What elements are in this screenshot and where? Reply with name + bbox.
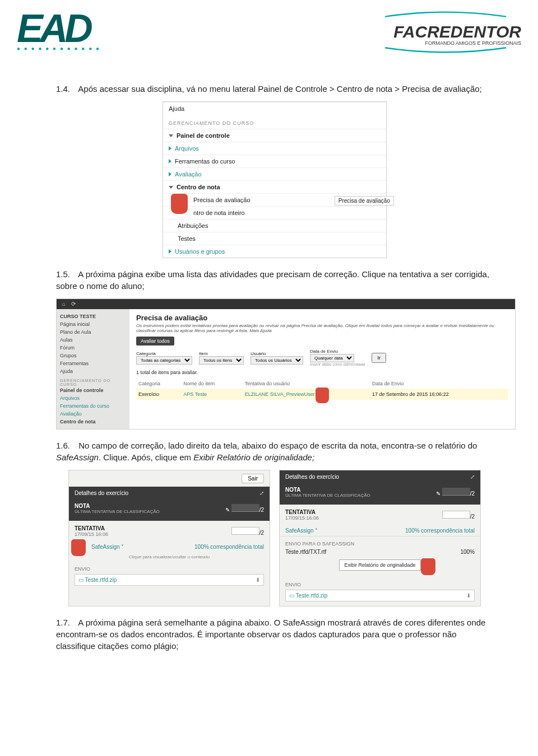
filter-usuario[interactable]: Todos os Usuários [251, 356, 303, 365]
file-link[interactable]: Teste.rtfd.zip [85, 577, 117, 583]
avaliar-todos-button[interactable]: Avaliar todos [136, 337, 174, 346]
pointer-hand-icon [421, 558, 435, 575]
menu-centro-inteiro[interactable]: ntro de nota inteiro [163, 206, 386, 219]
sidebar-item[interactable]: Ajuda [60, 367, 126, 375]
sidebar-item[interactable]: Página inicial [60, 320, 126, 328]
refresh-icon[interactable]: ⟳ [71, 301, 76, 307]
envio-label: ENVIO [75, 566, 264, 572]
th-categoria[interactable]: Categoria [136, 379, 181, 389]
grading-panel-expanded: Detalhes do exercício⤢ NOTAÚLTIMA TENTAT… [279, 470, 481, 606]
menu-painel-controle[interactable]: Painel de controle [163, 129, 386, 142]
sidebar-item[interactable]: Ferramentas [60, 360, 126, 367]
sidebar-item[interactable]: Centro de nota [60, 418, 126, 426]
table-row[interactable]: Exercício APS Teste ELZILANE SILVA_Previ… [136, 389, 508, 400]
download-icon[interactable]: ⬇ [256, 577, 260, 583]
edit-icon[interactable]: ✎ [225, 507, 230, 513]
menu-ajuda[interactable]: Ajuda [163, 102, 386, 115]
match-percent: 100% correspondência total [405, 528, 475, 534]
swoosh-icon [370, 11, 521, 20]
screenshot-pair: Sair Detalhes do exercício⤢ NOTAÚLTIMA T… [56, 470, 493, 606]
pointer-hand-icon [171, 194, 188, 214]
sa-file-percent: 100% [460, 549, 475, 555]
download-icon[interactable]: ⬇ [466, 592, 471, 599]
menu-usuarios[interactable]: Usuários e grupos [163, 245, 386, 258]
filter-label: Item [199, 351, 244, 356]
match-percent: 100% correspondência total [194, 544, 264, 550]
file-link[interactable]: Teste.rtfd.zip [296, 592, 328, 599]
cell-usuario-link[interactable]: ELZILANE SILVA_PreviewUser [245, 391, 315, 397]
th-tentativa[interactable]: Tentativa do usuário [243, 379, 370, 389]
exibir-relatorio-button[interactable]: Exibir Relatório de originalidade [339, 559, 420, 571]
filter-go-button[interactable]: Ir [372, 353, 386, 363]
toggle-hint: Clique para visualizar/ocultar o conteúd… [69, 552, 270, 562]
tooltip: Precisa de avaliação [335, 196, 394, 206]
filter-item[interactable]: Todos os itens [199, 356, 244, 365]
sidebar-item[interactable]: Ferramentas do curso [60, 402, 126, 410]
expand-icon[interactable]: ⤢ [470, 474, 475, 480]
menu-ferramentas[interactable]: Ferramentas do curso [163, 155, 386, 167]
attempt-grade-input[interactable] [442, 511, 470, 519]
chevron-right-icon [169, 249, 171, 254]
menu-centro-nota[interactable]: Centro de nota [163, 180, 386, 193]
section-1-7: 1.7. A próxima página será semelhante a … [56, 617, 493, 652]
safeassign-toggle[interactable]: SafeAssign ˄ [285, 528, 318, 534]
expand-icon[interactable]: ⤢ [259, 490, 264, 496]
sa-file-name: Teste.rtfd/TXT.rtf [285, 549, 326, 555]
chevron-down-icon [169, 186, 173, 189]
menu-precisa-avaliacao[interactable]: Precisa de avaliação Precisa de avaliaçã… [163, 193, 386, 206]
file-row[interactable]: ▭ Teste.rtfd.zip ⬇ [75, 574, 264, 586]
menu-avaliacao[interactable]: Avaliação [163, 167, 386, 180]
logo-ead-dots: ● ● ● ● ● ● ● ● ● ● ● ● [17, 45, 112, 52]
sidebar-course-title[interactable]: CURSO TESTE [60, 312, 126, 320]
menu-testes[interactable]: Testes [163, 232, 386, 245]
section-1-5: 1.5. A próxima página exibe uma lista da… [56, 268, 493, 292]
screenshot-precisa-avaliacao: ⌂ ⟳ CURSO TESTE Página inicial Plano de … [56, 298, 516, 430]
safeassign-toggle[interactable]: SafeAssign ˅ [91, 544, 124, 550]
course-sidebar: CURSO TESTE Página inicial Plano de Aula… [57, 309, 129, 429]
filter-data[interactable]: Qualquer data [310, 354, 354, 362]
sidebar-item[interactable]: Plano de Aula [60, 328, 126, 336]
sair-button[interactable]: Sair [242, 474, 264, 483]
logo-ead: EAD ● ● ● ● ● ● ● ● ● ● ● ● [17, 11, 112, 67]
file-row[interactable]: ▭ Teste.rtfd.zip ⬇ [285, 590, 475, 601]
th-data[interactable]: Data de Envio [370, 379, 508, 389]
sidebar-item[interactable]: Arquivos [60, 394, 126, 402]
cell-nome[interactable]: APS Teste [181, 389, 242, 400]
sidebar-item[interactable]: Grupos [60, 352, 126, 360]
grade-max: /2 [470, 514, 475, 520]
sidebar-item[interactable]: Painel de controle [60, 386, 126, 394]
nota-sublabel: ÚLTIMA TENTATIVA DE CLASSIFICAÇÃO [285, 493, 370, 498]
chevron-down-icon [169, 134, 173, 137]
logo-facredentor: FACREDENTOR FORMANDO AMIGOS E PROFISSION… [370, 11, 521, 62]
sidebar-item[interactable]: Aulas [60, 336, 126, 344]
sidebar-item[interactable]: Avaliação [60, 410, 126, 418]
home-icon[interactable]: ⌂ [62, 301, 66, 307]
chevron-right-icon [169, 159, 171, 164]
th-nome[interactable]: Nome do item [181, 379, 242, 389]
menu-arquivos[interactable]: Arquivos [163, 142, 386, 155]
sidebar-item[interactable]: Fórum [60, 344, 126, 352]
page-title: Precisa de avaliação [136, 314, 508, 322]
intro-text: Os instrutores podem exibir tentativas p… [136, 323, 508, 333]
result-count: 1 total de itens para avaliar. [136, 370, 508, 375]
nota-label: NOTA [285, 487, 301, 493]
grade-max: /2 [470, 491, 475, 497]
grading-panel-collapsed: Sair Detalhes do exercício⤢ NOTAÚLTIMA T… [68, 470, 270, 606]
tentativa-label: TENTATIVA [75, 525, 105, 531]
pointer-hand-icon [71, 539, 86, 556]
top-toolbar: ⌂ ⟳ [57, 299, 515, 309]
menu-atribuicoes[interactable]: Atribuições [163, 219, 386, 232]
filter-categoria[interactable]: Todas as categorias [136, 356, 192, 365]
detalhes-toggle[interactable]: Detalhes do exercício [75, 490, 128, 496]
detalhes-toggle[interactable]: Detalhes do exercício [285, 474, 339, 480]
attempt-grade-input[interactable] [231, 527, 259, 535]
grade-input[interactable] [231, 504, 259, 512]
filter-label: Categoria [136, 351, 192, 356]
grade-input[interactable] [442, 488, 470, 496]
edit-icon[interactable]: ✎ [436, 491, 440, 497]
section-number: 1.4. [56, 83, 76, 95]
pointer-hand-icon [316, 388, 329, 403]
section-text: A próxima página exibe uma lista das ati… [56, 269, 489, 291]
chevron-right-icon [169, 146, 171, 151]
tentativa-date: 17/09/15 16:06 [75, 531, 108, 537]
